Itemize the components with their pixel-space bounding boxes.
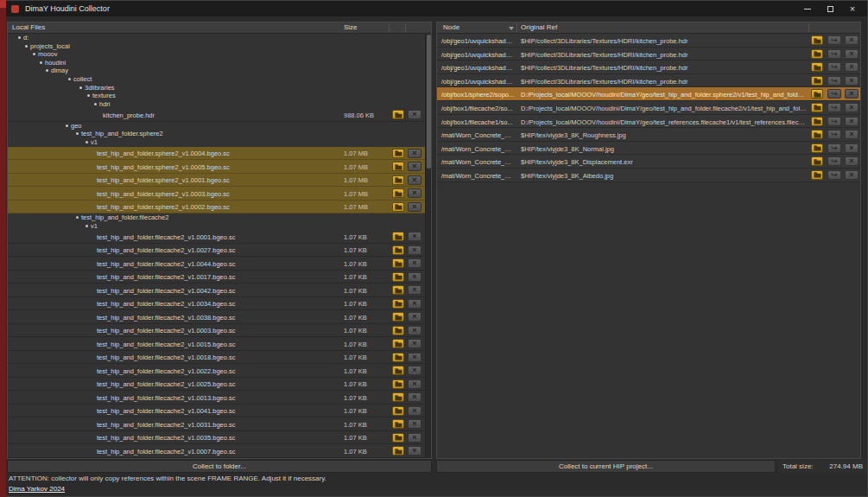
open-folder-button[interactable]: [392, 446, 404, 456]
relink-reference-button[interactable]: ↪: [827, 170, 841, 180]
reference-row[interactable]: /obj/geo1/uvquickshade...$HIP/collect/3D…: [437, 61, 860, 74]
open-folder-button[interactable]: [811, 103, 823, 112]
relink-reference-button[interactable]: ↪: [827, 156, 841, 166]
tree-file-row[interactable]: test_hip_and_folder.filecache2_v1.0025.b…: [8, 378, 425, 392]
open-folder-button[interactable]: [392, 188, 404, 198]
relink-reference-button[interactable]: ↪: [827, 103, 841, 112]
remove-reference-button[interactable]: ×: [845, 130, 858, 139]
reference-row[interactable]: /obj/geo1/uvquickshade...$HIP/collect/3D…: [437, 74, 860, 88]
author-link[interactable]: Dima Yarkov 2024: [9, 485, 65, 493]
close-button[interactable]: ×: [841, 1, 864, 16]
tree-file-row[interactable]: test_hip_and_folder.sphere2_v1.0005.bgeo…: [8, 160, 425, 174]
tree-folder-row[interactable]: v1: [8, 222, 425, 231]
open-folder-button[interactable]: [392, 379, 404, 389]
scrollbar-thumb[interactable]: [427, 35, 431, 169]
tree-folder-row[interactable]: geo: [8, 122, 425, 131]
relink-reference-button[interactable]: ↪: [827, 130, 841, 139]
column-header-local-files[interactable]: Local Files: [12, 22, 45, 33]
remove-reference-button[interactable]: ×: [845, 156, 858, 166]
open-folder-button[interactable]: [392, 433, 404, 443]
tree-file-row[interactable]: test_hip_and_folder.sphere2_v1.0001.bgeo…: [8, 174, 425, 188]
remove-reference-button[interactable]: ×: [845, 89, 858, 99]
reference-row[interactable]: /obj/box1/sphere2/sopo...D:/Projects_loc…: [437, 87, 860, 101]
column-header-size[interactable]: Size: [344, 22, 358, 33]
tree-file-row[interactable]: test_hip_and_folder.sphere2_v1.0004.bgeo…: [8, 147, 425, 161]
tree-file-row[interactable]: test_hip_and_folder.filecache2_v1.0007.b…: [8, 444, 425, 458]
remove-file-button[interactable]: ×: [408, 188, 421, 198]
open-folder-button[interactable]: [392, 232, 404, 241]
open-folder-button[interactable]: [811, 76, 823, 86]
tree-file-row[interactable]: test_hip_and_folder.filecache2_v1.0001.b…: [8, 230, 425, 244]
remove-file-button[interactable]: ×: [408, 258, 421, 268]
remove-file-button[interactable]: ×: [408, 272, 421, 282]
open-folder-button[interactable]: [392, 162, 404, 171]
open-folder-button[interactable]: [811, 89, 823, 99]
open-folder-button[interactable]: [392, 392, 404, 402]
remove-file-button[interactable]: ×: [408, 339, 421, 348]
tree-file-row[interactable]: test_hip_and_folder.filecache2_v1.0022.b…: [8, 364, 425, 378]
remove-file-button[interactable]: ×: [408, 392, 421, 402]
relink-reference-button[interactable]: ↪: [827, 76, 841, 86]
remove-file-button[interactable]: ×: [408, 326, 421, 335]
open-folder-button[interactable]: [811, 156, 823, 166]
reference-row[interactable]: /mat/Worn_Concrete_Fl...$HIP/tex/viyjde3…: [437, 155, 860, 169]
reference-row[interactable]: /mat/Worn_Concrete_Fl...$HIP/tex/viyjde3…: [437, 128, 860, 142]
tree-file-row[interactable]: test_hip_and_folder.filecache2_v1.0041.b…: [8, 405, 425, 418]
tree-file-row[interactable]: test_hip_and_folder.filecache2_v1.0013.b…: [8, 391, 425, 405]
remove-file-button[interactable]: ×: [408, 110, 421, 119]
reference-row[interactable]: /mat/Worn_Concrete_Fl...$HIP/tex/viyjde3…: [437, 169, 860, 182]
maximize-button[interactable]: [819, 1, 841, 16]
tree-file-row[interactable]: test_hip_and_folder.filecache2_v1.0044.b…: [8, 257, 425, 271]
tree-folder-row[interactable]: textures: [8, 92, 425, 100]
tree-file-row[interactable]: test_hip_and_folder.sphere2_v1.0002.bgeo…: [8, 201, 425, 214]
tree-folder-row[interactable]: mooov: [8, 50, 425, 59]
tree-folder-row[interactable]: hdri: [8, 100, 425, 109]
open-folder-button[interactable]: [392, 149, 404, 158]
remove-file-button[interactable]: ×: [408, 312, 421, 322]
reference-row[interactable]: /obj/geo1/uvquickshade...$HIP/collect/3D…: [437, 48, 860, 61]
remove-reference-button[interactable]: ×: [845, 62, 858, 72]
remove-file-button[interactable]: ×: [408, 366, 421, 375]
open-folder-button[interactable]: [392, 299, 404, 309]
remove-file-button[interactable]: ×: [408, 232, 421, 241]
remove-file-button[interactable]: ×: [408, 175, 421, 185]
remove-file-button[interactable]: ×: [408, 299, 421, 309]
open-folder-button[interactable]: [392, 419, 404, 429]
remove-file-button[interactable]: ×: [408, 379, 421, 389]
sort-indicator-icon[interactable]: [509, 27, 514, 30]
remove-file-button[interactable]: ×: [408, 162, 421, 171]
tree-folder-row[interactable]: d:: [8, 34, 425, 42]
minimize-button[interactable]: [796, 1, 819, 16]
open-folder-button[interactable]: [811, 35, 823, 45]
open-folder-button[interactable]: [392, 202, 404, 212]
collect-to-hip-button[interactable]: Collect to current HIP project...: [436, 460, 776, 473]
open-folder-button[interactable]: [811, 130, 823, 139]
open-folder-button[interactable]: [392, 366, 404, 375]
tree-file-row[interactable]: kitchen_probe.hdr988.06 KB×: [8, 108, 425, 122]
remove-file-button[interactable]: ×: [408, 406, 421, 416]
column-header-original-ref[interactable]: Original Ref: [521, 22, 557, 33]
remove-file-button[interactable]: ×: [408, 245, 421, 255]
remove-file-button[interactable]: ×: [408, 285, 421, 295]
open-folder-button[interactable]: [811, 143, 823, 153]
tree-file-row[interactable]: test_hip_and_folder.filecache2_v1.0018.b…: [8, 351, 425, 365]
remove-reference-button[interactable]: ×: [845, 103, 858, 112]
tree-file-row[interactable]: test_hip_and_folder.filecache2_v1.0035.b…: [8, 431, 425, 445]
open-folder-button[interactable]: [392, 339, 404, 348]
open-folder-button[interactable]: [392, 312, 404, 322]
column-header-node[interactable]: Node: [443, 22, 459, 33]
open-folder-button[interactable]: [392, 258, 404, 268]
tree-file-row[interactable]: test_hip_and_folder.filecache2_v1.0017.b…: [8, 271, 425, 284]
open-folder-button[interactable]: [811, 170, 823, 180]
tree-folder-row[interactable]: houdini: [8, 59, 425, 67]
tree-folder-row[interactable]: collect: [8, 75, 425, 84]
remove-reference-button[interactable]: ×: [845, 170, 858, 180]
open-folder-button[interactable]: [811, 49, 823, 59]
tree-folder-row[interactable]: test_hip_and_folder.sphere2: [8, 130, 425, 138]
reference-row[interactable]: /mat/Worn_Concrete_Fl...$HIP/tex/viyjde3…: [437, 142, 860, 156]
open-folder-button[interactable]: [811, 62, 823, 72]
tree-file-row[interactable]: test_hip_and_folder.filecache2_v1.0027.b…: [8, 244, 425, 258]
relink-reference-button[interactable]: ↪: [827, 89, 841, 99]
tree-file-row[interactable]: test_hip_and_folder.filecache2_v1.0003.b…: [8, 324, 425, 338]
tree-folder-row[interactable]: dimay: [8, 67, 425, 75]
